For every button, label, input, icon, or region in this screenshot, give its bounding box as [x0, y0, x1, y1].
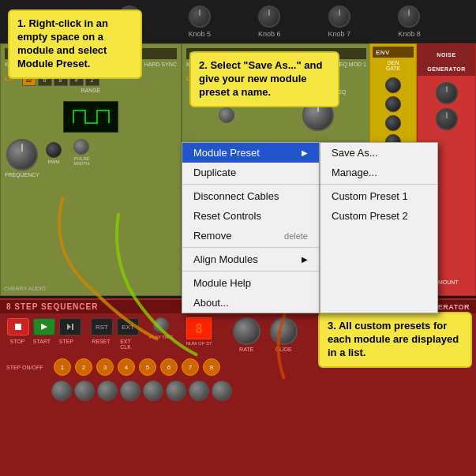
annotation-2-text: 2. Select "Save As..." and give your new…	[199, 59, 322, 98]
pitch-knob-4[interactable]	[120, 380, 141, 401]
noise-knob-1[interactable]	[436, 82, 458, 104]
submenu-custom-preset-2[interactable]: Custom Preset 2	[320, 206, 437, 226]
menu-item-module-help[interactable]: Module Help	[182, 273, 319, 293]
num-display: 8	[186, 317, 212, 339]
start-label: START	[31, 339, 53, 344]
svg-marker-1	[41, 324, 47, 330]
knob-7-group: Knob 7	[328, 6, 351, 38]
frequency-label: FREQUENCY	[5, 172, 39, 178]
glide-label: GLIDE	[275, 347, 292, 352]
menu-item-disconnect[interactable]: Disconnect Cables	[182, 186, 319, 206]
rate-knob[interactable]	[233, 317, 260, 345]
knob-8[interactable]	[398, 6, 420, 28]
step-2[interactable]: 2	[75, 358, 92, 376]
knob-5-label: Knob 5	[189, 30, 212, 38]
play-trig-label: PLAY TRIG	[149, 335, 174, 339]
menu-separator-1	[182, 184, 319, 185]
cherry-audio-label-left: CHERRY AUDIO	[4, 286, 46, 291]
menu-item-module-preset[interactable]: Module Preset ▶	[182, 143, 319, 163]
knob-8-label: Knob 8	[398, 30, 421, 38]
step-1[interactable]: 1	[54, 358, 71, 376]
menu-item-duplicate[interactable]: Duplicate	[182, 163, 319, 182]
menu-item-reset[interactable]: Reset Controls	[182, 206, 319, 226]
step-4[interactable]: 4	[118, 358, 135, 376]
submenu: Save As... Manage... Custom Preset 1 Cus…	[320, 142, 438, 313]
osc-module-left: OS KEYB CV FREQUENCY MOD HARD SYNC LO 32…	[0, 43, 182, 296]
frequency-knob[interactable]	[6, 139, 38, 171]
pulse-width-label: PULSE WIDTH	[68, 156, 96, 166]
pitch-knob-1[interactable]	[51, 380, 72, 401]
submenu-manage[interactable]: Manage...	[320, 163, 437, 182]
annotation-2: 2. Select "Save As..." and give your new…	[189, 51, 339, 107]
annotation-1: 1. Right-click in an empty space on a mo…	[8, 9, 142, 79]
stop-button[interactable]	[7, 318, 29, 335]
submenu-arrow-align: ▶	[302, 255, 308, 264]
annotation-3: 3. All custom presets for each module ar…	[318, 312, 472, 368]
env-knob-2[interactable]	[385, 96, 401, 112]
submenu-arrow-preset: ▶	[302, 148, 308, 157]
noise-knob-2[interactable]	[436, 108, 458, 130]
step-7[interactable]: 7	[182, 358, 199, 376]
step-5[interactable]: 5	[139, 358, 156, 376]
menu-item-about[interactable]: About...	[182, 293, 319, 313]
pitch-knob-3[interactable]	[97, 380, 118, 401]
pwm-amount-knob[interactable]	[46, 142, 62, 158]
submenu-save-as[interactable]: Save As...	[320, 143, 437, 163]
step-label: STEP	[55, 339, 77, 344]
pitch-knob-6[interactable]	[166, 380, 186, 401]
env-knob-1[interactable]	[385, 77, 401, 93]
rate-label: RATE	[239, 347, 253, 352]
knob-6-group: Knob 6	[258, 6, 281, 38]
waveform-display	[63, 101, 118, 133]
pwm-mod-knob[interactable]	[73, 139, 89, 155]
step-3[interactable]: 3	[96, 358, 114, 376]
menu-item-remove[interactable]: Remove delete	[182, 226, 319, 245]
glide-knob[interactable]	[270, 317, 298, 345]
start-button[interactable]	[33, 318, 55, 335]
ext-clk-button[interactable]: EXT	[117, 318, 139, 335]
num-of-st-label: NUM OF ST	[186, 341, 212, 346]
menu-separator-2	[182, 247, 319, 248]
env-title: ENV	[376, 49, 390, 56]
range-label: RANGE	[81, 88, 101, 93]
reset-button[interactable]: RST	[91, 318, 113, 335]
play-trig-knob[interactable]	[153, 317, 169, 333]
knob-5-group: Knob 5	[189, 6, 212, 38]
menu-separator-3	[182, 271, 319, 272]
step-button[interactable]	[59, 318, 81, 335]
pitch-knob-8[interactable]	[212, 380, 232, 401]
svg-rect-0	[15, 324, 21, 330]
knob-7[interactable]	[328, 6, 350, 28]
env-knob-3[interactable]	[385, 115, 401, 131]
noise-title: NOISE GENERATOR	[427, 52, 466, 72]
pitch-knob-5[interactable]	[143, 380, 163, 401]
submenu-separator	[320, 184, 437, 185]
reset-label: RESET	[90, 339, 112, 350]
svg-rect-3	[72, 324, 73, 330]
knob-8-group: Knob 8	[398, 6, 421, 38]
sequencer-title: 8 STEP SEQUENCER	[6, 302, 98, 311]
stop-label: STOP	[6, 339, 28, 344]
knob-6-label: Knob 6	[258, 30, 281, 38]
remove-shortcut: delete	[284, 231, 308, 241]
frequency-knob-group: FREQUENCY	[5, 139, 39, 178]
knob-7-label: Knob 7	[328, 30, 351, 38]
pitch-knob-7[interactable]	[189, 380, 209, 401]
annotation-3-text: 3. All custom presets for each module ar…	[328, 320, 459, 358]
menu-item-align[interactable]: Align Modules ▶	[182, 249, 319, 269]
knob-6[interactable]	[258, 6, 280, 28]
pwm-mod-group: PULSE WIDTH	[68, 139, 96, 166]
noise-title-bar: NOISE GENERATOR	[418, 44, 475, 76]
submenu-custom-preset-1[interactable]: Custom Preset 1	[320, 186, 437, 206]
pwm-amount-label: PWM	[48, 159, 60, 164]
pwm-amount-group: PWM	[46, 142, 62, 164]
step-8[interactable]: 8	[203, 358, 220, 376]
hard-sync-label: HARD SYNC	[144, 62, 177, 67]
annotation-1-text: 1. Right-click in an empty space on a mo…	[17, 17, 108, 69]
knob-5[interactable]	[189, 6, 211, 28]
mod2-knob[interactable]	[219, 107, 234, 123]
pitch-knob-2[interactable]	[74, 380, 95, 401]
ext-clk-label: EXT CLK	[114, 339, 137, 350]
context-menu-wrapper: Module Preset ▶ Duplicate Disconnect Cab…	[182, 142, 438, 313]
step-6[interactable]: 6	[160, 358, 178, 376]
